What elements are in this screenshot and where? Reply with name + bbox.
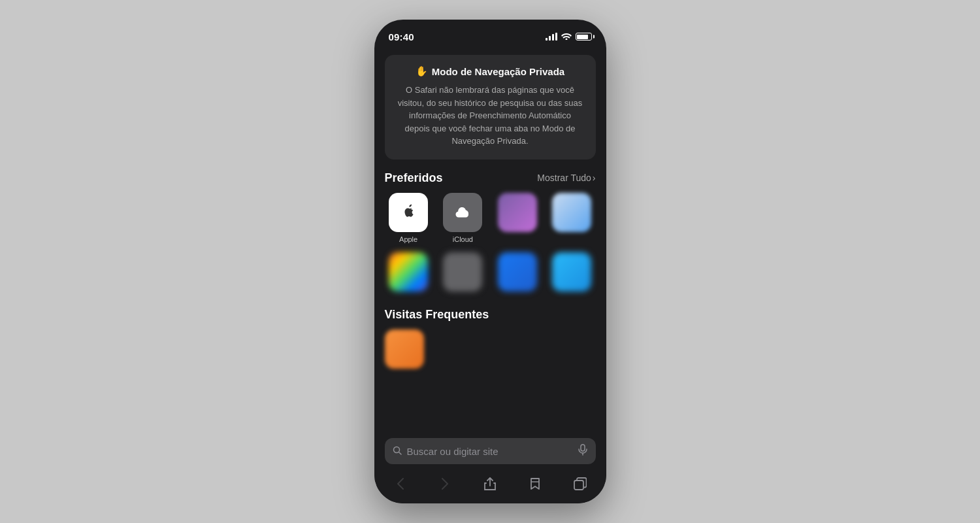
signal-bar-4 bbox=[555, 33, 557, 41]
fav-item-blue[interactable] bbox=[493, 252, 541, 295]
svg-rect-1 bbox=[581, 445, 585, 451]
fav-label-icloud: iCloud bbox=[453, 235, 473, 243]
lightblue-icon bbox=[552, 252, 591, 292]
fav-item-safari[interactable] bbox=[547, 193, 595, 243]
visitas-frequentes-section: Visitas Frequentes bbox=[374, 308, 606, 372]
phone-frame: 09:40 ✋ M bbox=[374, 20, 606, 503]
fav-item-icloud[interactable]: iCloud bbox=[439, 193, 487, 243]
signal-bar-1 bbox=[546, 38, 547, 41]
freq-grid bbox=[385, 329, 596, 372]
mic-icon[interactable] bbox=[578, 444, 588, 458]
chevron-right-icon: › bbox=[593, 173, 596, 183]
visitas-frequentes-title: Visitas Frequentes bbox=[385, 308, 489, 322]
status-bar: 09:40 bbox=[374, 20, 606, 48]
forward-button[interactable] bbox=[433, 472, 457, 496]
fav-item-colorful[interactable] bbox=[385, 252, 433, 295]
battery-fill bbox=[577, 35, 588, 39]
battery-icon bbox=[576, 33, 592, 41]
status-time: 09:40 bbox=[389, 31, 414, 42]
search-bar[interactable]: Buscar ou digitar site bbox=[385, 438, 596, 464]
colorful-icon bbox=[389, 252, 428, 292]
signal-bar-3 bbox=[552, 34, 554, 41]
svg-rect-2 bbox=[574, 481, 583, 490]
bookmarks-button[interactable] bbox=[523, 472, 547, 496]
orange-icon bbox=[385, 329, 424, 369]
private-mode-title: ✋ Modo de Navegação Privada bbox=[397, 65, 584, 77]
fav-item-apple[interactable]: Apple bbox=[385, 193, 433, 243]
tabs-button[interactable] bbox=[568, 472, 592, 496]
preferidos-header: Preferidos Mostrar Tudo › bbox=[385, 171, 596, 185]
wifi-icon bbox=[561, 31, 572, 42]
share-button[interactable] bbox=[478, 472, 502, 496]
fav-item-gray[interactable] bbox=[439, 252, 487, 295]
fav-label-apple: Apple bbox=[399, 235, 417, 243]
svg-point-0 bbox=[393, 447, 399, 452]
favorites-grid: Apple iCloud bbox=[385, 193, 596, 295]
icloud-icon bbox=[443, 193, 482, 232]
fav-item-lightblue[interactable] bbox=[547, 252, 595, 295]
bottom-bar: Buscar ou digitar site bbox=[374, 433, 606, 503]
purple-icon bbox=[498, 193, 537, 232]
scroll-content[interactable]: ✋ Modo de Navegação Privada O Safari não… bbox=[374, 48, 606, 433]
search-placeholder: Buscar ou digitar site bbox=[407, 446, 572, 457]
gray-icon bbox=[443, 252, 482, 292]
nav-bar bbox=[385, 469, 596, 497]
signal-bars-icon bbox=[546, 33, 557, 41]
status-icons bbox=[546, 31, 592, 42]
freq-item-orange[interactable] bbox=[385, 329, 424, 372]
private-mode-notice: ✋ Modo de Navegação Privada O Safari não… bbox=[385, 55, 596, 160]
visitas-frequentes-header: Visitas Frequentes bbox=[385, 308, 596, 322]
signal-bar-2 bbox=[549, 36, 551, 41]
safari-icon bbox=[552, 193, 591, 232]
blue-icon bbox=[498, 252, 537, 292]
fav-item-purple[interactable] bbox=[493, 193, 541, 243]
search-icon bbox=[393, 446, 402, 457]
preferidos-title: Preferidos bbox=[385, 171, 443, 185]
show-all-button[interactable]: Mostrar Tudo › bbox=[537, 173, 595, 183]
private-mode-hand-icon: ✋ bbox=[416, 65, 428, 77]
apple-icon bbox=[389, 193, 428, 232]
preferidos-section: Preferidos Mostrar Tudo › Apple bbox=[374, 171, 606, 295]
private-mode-body: O Safari não lembrará das páginas que vo… bbox=[397, 84, 584, 148]
back-button[interactable] bbox=[389, 472, 412, 496]
